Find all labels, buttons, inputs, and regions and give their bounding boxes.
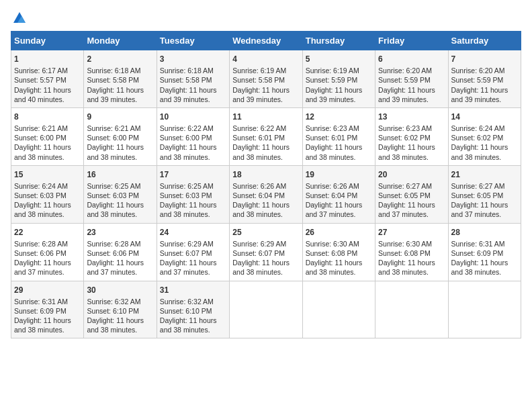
header-cell-friday: Friday [375,32,448,50]
day-number: 18 [232,169,299,180]
day-info-line: Sunset: 5:57 PM [14,75,81,85]
day-info-line: Daylight: 11 hours [160,142,226,152]
calendar-cell: 9Sunrise: 6:21 AMSunset: 6:00 PMDaylight… [84,107,157,165]
day-info-line: Sunrise: 6:28 AM [14,239,81,248]
calendar-cell [448,281,521,338]
day-info-line: Sunset: 6:04 PM [232,191,299,200]
day-info-line: Sunset: 6:07 PM [160,248,226,258]
day-number: 16 [87,169,153,180]
day-number: 17 [160,169,226,180]
day-info-line: Daylight: 11 hours [451,258,518,267]
day-number: 9 [87,111,153,122]
calendar-cell: 28Sunrise: 6:31 AMSunset: 6:09 PMDayligh… [448,223,521,281]
header-cell-sunday: Sunday [11,32,84,50]
day-info-line: Sunrise: 6:25 AM [87,181,153,191]
day-info-line: Sunrise: 6:32 AM [160,297,226,306]
day-info-line: and 38 minutes. [232,152,299,162]
calendar-cell: 7Sunrise: 6:20 AMSunset: 5:59 PMDaylight… [448,50,521,108]
day-info-line: Daylight: 11 hours [306,258,372,267]
day-info-line: Sunset: 6:02 PM [451,133,518,142]
calendar-cell: 12Sunrise: 6:23 AMSunset: 6:01 PMDayligh… [302,107,375,165]
day-info-line: Sunset: 6:01 PM [306,133,372,142]
day-info-line: Sunrise: 6:31 AM [14,297,81,306]
day-number: 6 [378,54,445,64]
calendar-table: SundayMondayTuesdayWednesdayThursdayFrid… [11,31,521,338]
calendar-cell: 30Sunrise: 6:32 AMSunset: 6:10 PMDayligh… [84,281,157,338]
day-number: 3 [160,54,226,64]
logo-icon [12,11,27,26]
day-info-line: and 38 minutes. [14,210,81,219]
day-info-line: Sunrise: 6:23 AM [378,124,445,133]
day-number: 1 [14,54,81,64]
calendar-cell: 1Sunrise: 6:17 AMSunset: 5:57 PMDaylight… [11,50,84,108]
calendar-body: 1Sunrise: 6:17 AMSunset: 5:57 PMDaylight… [11,50,521,338]
day-info-line: Daylight: 11 hours [160,258,226,267]
day-info-line: and 39 minutes. [451,95,518,104]
day-info-line: Sunset: 6:06 PM [87,248,153,258]
day-info-line: Sunset: 6:09 PM [14,306,81,316]
header-cell-thursday: Thursday [302,32,375,50]
day-number: 19 [306,169,372,180]
calendar-cell: 8Sunrise: 6:21 AMSunset: 6:00 PMDaylight… [11,107,84,165]
day-info-line: Sunrise: 6:19 AM [306,66,372,75]
day-info-line: Sunset: 5:59 PM [378,75,445,85]
day-info-line: Sunset: 5:58 PM [232,75,299,85]
day-number: 14 [451,111,518,122]
day-info-line: Sunrise: 6:20 AM [378,66,445,75]
day-info-line: and 39 minutes. [306,95,372,104]
day-info-line: and 39 minutes. [87,95,153,104]
day-info-line: Sunset: 6:00 PM [87,133,153,142]
day-number: 11 [232,111,299,122]
day-info-line: Sunset: 5:58 PM [87,75,153,85]
day-info-line: Daylight: 11 hours [378,85,445,95]
calendar-header: SundayMondayTuesdayWednesdayThursdayFrid… [11,32,521,50]
day-info-line: Sunrise: 6:22 AM [232,124,299,133]
day-info-line: Sunrise: 6:28 AM [87,239,153,248]
calendar-cell: 17Sunrise: 6:25 AMSunset: 6:03 PMDayligh… [157,165,229,223]
day-number: 28 [451,227,518,238]
calendar-cell: 14Sunrise: 6:24 AMSunset: 6:02 PMDayligh… [448,107,521,165]
day-info-line: Daylight: 11 hours [160,85,226,95]
day-number: 2 [87,54,153,64]
day-info-line: Daylight: 11 hours [14,258,81,267]
day-info-line: Sunrise: 6:20 AM [451,66,518,75]
day-info-line: Sunset: 5:58 PM [160,75,226,85]
day-info-line: Sunset: 6:04 PM [306,191,372,200]
calendar-cell: 23Sunrise: 6:28 AMSunset: 6:06 PMDayligh… [84,223,157,281]
day-info-line: and 38 minutes. [451,267,518,277]
week-row-1: 1Sunrise: 6:17 AMSunset: 5:57 PMDaylight… [11,50,521,108]
day-info-line: Daylight: 11 hours [378,200,445,210]
day-info-line: and 38 minutes. [378,267,445,277]
day-info-line: Daylight: 11 hours [160,316,226,325]
day-info-line: and 38 minutes. [306,267,372,277]
calendar-cell: 18Sunrise: 6:26 AMSunset: 6:04 PMDayligh… [230,165,302,223]
day-info-line: Sunset: 6:10 PM [87,306,153,316]
day-info-line: Sunset: 5:59 PM [451,75,518,85]
day-info-line: Sunset: 6:08 PM [306,248,372,258]
day-info-line: Sunrise: 6:31 AM [451,239,518,248]
day-info-line: Sunrise: 6:30 AM [306,239,372,248]
week-row-4: 22Sunrise: 6:28 AMSunset: 6:06 PMDayligh… [11,223,521,281]
calendar-cell: 31Sunrise: 6:32 AMSunset: 6:10 PMDayligh… [157,281,229,338]
day-info-line: and 38 minutes. [14,325,81,334]
header-cell-tuesday: Tuesday [157,32,229,50]
day-info-line: Sunset: 6:03 PM [14,191,81,200]
header-cell-wednesday: Wednesday [230,32,302,50]
day-info-line: Daylight: 11 hours [232,200,299,210]
day-number: 30 [87,285,153,295]
day-number: 12 [306,111,372,122]
calendar-cell: 4Sunrise: 6:19 AMSunset: 5:58 PMDaylight… [230,50,302,108]
day-info-line: Daylight: 11 hours [451,85,518,95]
day-info-line: Daylight: 11 hours [14,85,81,95]
day-info-line: Daylight: 11 hours [378,258,445,267]
day-info-line: Sunset: 5:59 PM [306,75,372,85]
day-number: 20 [378,169,445,180]
day-number: 7 [451,54,518,64]
calendar-cell: 21Sunrise: 6:27 AMSunset: 6:05 PMDayligh… [448,165,521,223]
day-number: 10 [160,111,226,122]
day-info-line: and 39 minutes. [232,95,299,104]
day-info-line: and 38 minutes. [87,210,153,219]
week-row-3: 15Sunrise: 6:24 AMSunset: 6:03 PMDayligh… [11,165,521,223]
day-number: 29 [14,285,81,295]
day-info-line: Daylight: 11 hours [306,200,372,210]
